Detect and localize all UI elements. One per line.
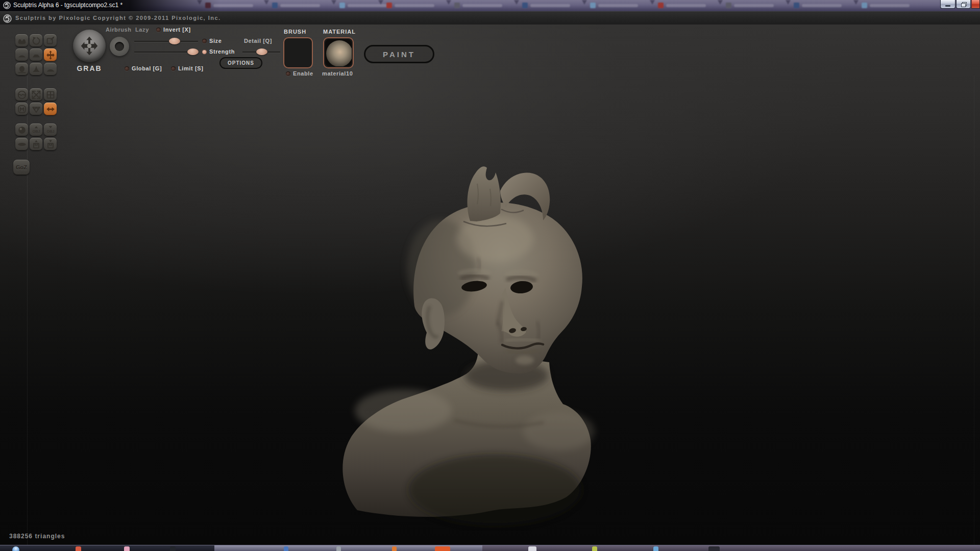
strength-slider-knob[interactable] bbox=[187, 48, 199, 55]
brand-text: Sculptris by Pixologic bbox=[15, 15, 91, 21]
new-sphere-button[interactable] bbox=[15, 123, 28, 136]
tool-group-brushes bbox=[15, 34, 57, 76]
active-tool-sphere[interactable] bbox=[73, 30, 106, 62]
toggle-w-triangle-button[interactable] bbox=[30, 103, 42, 115]
window-title: Sculptris Alpha 6 - tgsculptcompo2.sc1 * bbox=[13, 2, 122, 9]
windows-taskbar[interactable] bbox=[0, 545, 980, 551]
restore-icon bbox=[961, 2, 966, 6]
new-plane-button[interactable] bbox=[15, 138, 28, 151]
strength-label[interactable]: Strength bbox=[209, 48, 235, 55]
taskbar-app[interactable] bbox=[124, 546, 130, 551]
lazy-toggle[interactable]: Lazy bbox=[135, 27, 149, 33]
close-button[interactable] bbox=[971, 0, 980, 9]
svg-text:OBJ: OBJ bbox=[46, 129, 54, 134]
toggle-mirror-button[interactable] bbox=[44, 103, 57, 115]
brush-ring-hole bbox=[115, 42, 124, 51]
taskbar-app[interactable] bbox=[435, 546, 450, 551]
tool-scale-button[interactable] bbox=[44, 34, 57, 47]
brand-bar: Sculptris by Pixologic Copyright © 2009-… bbox=[0, 11, 980, 24]
sculptris-window: Sculptris Alpha 6 - tgsculptcompo2.sc1 *… bbox=[0, 0, 980, 551]
taskbar-right-area bbox=[482, 545, 980, 551]
detail-slider-knob[interactable] bbox=[256, 48, 267, 55]
taskbar-app[interactable] bbox=[708, 546, 720, 551]
minimize-button[interactable] bbox=[940, 0, 955, 9]
brush-ring-preview[interactable] bbox=[110, 37, 129, 56]
svg-text:OBJ: OBJ bbox=[32, 129, 40, 134]
size-slider[interactable] bbox=[134, 38, 198, 44]
viewport[interactable]: OBJ OBJ GoZ GRAB Airbrush Lazy Invert [X… bbox=[0, 24, 980, 545]
invert-radio[interactable] bbox=[156, 28, 161, 32]
sculptris-app-icon bbox=[3, 2, 11, 11]
options-button[interactable]: OPTIONS bbox=[219, 57, 262, 69]
goz-button[interactable]: GoZ bbox=[13, 160, 30, 175]
tool-smooth-button[interactable] bbox=[44, 63, 57, 76]
minimize-icon bbox=[945, 5, 950, 7]
window-controls bbox=[940, 0, 980, 9]
sculptris-logo-icon bbox=[3, 14, 12, 25]
options-button-label: OPTIONS bbox=[228, 60, 254, 66]
tool-crease-button[interactable] bbox=[15, 34, 28, 47]
invert-toggle[interactable]: Invert [X] bbox=[163, 27, 191, 33]
export-obj-button[interactable]: OBJ bbox=[44, 123, 57, 136]
sculpture-3d-model[interactable] bbox=[327, 153, 612, 531]
tool-grab-button[interactable] bbox=[44, 48, 57, 61]
detail-slider[interactable] bbox=[242, 48, 280, 55]
tool-group-file: OBJ OBJ bbox=[15, 123, 57, 151]
titlebar: Sculptris Alpha 6 - tgsculptcompo2.sc1 * bbox=[0, 0, 980, 11]
material-swatch[interactable] bbox=[323, 37, 354, 68]
tool-flatten-button[interactable] bbox=[30, 48, 42, 61]
titlebar-dark-overlay bbox=[0, 0, 980, 11]
paint-button-label: PAINT bbox=[383, 50, 415, 59]
global-toggle[interactable]: Global [G] bbox=[132, 65, 162, 71]
tool-draw-button[interactable] bbox=[15, 48, 28, 61]
strength-slider[interactable] bbox=[134, 48, 198, 55]
import-obj-button[interactable]: OBJ bbox=[30, 123, 42, 136]
material-name: material10 bbox=[322, 70, 353, 77]
tool-group-toggles bbox=[15, 88, 57, 115]
taskbar-app[interactable] bbox=[592, 546, 597, 551]
paint-button[interactable]: PAINT bbox=[364, 45, 434, 63]
material-sphere-preview bbox=[325, 39, 352, 66]
size-label[interactable]: Size bbox=[209, 38, 222, 44]
toggle-mask-m-button[interactable] bbox=[15, 103, 28, 115]
limit-radio[interactable] bbox=[171, 66, 176, 71]
brush-enable-radio[interactable] bbox=[286, 71, 290, 76]
taskbar-app[interactable] bbox=[336, 546, 341, 551]
limit-toggle[interactable]: Limit [S] bbox=[178, 65, 203, 71]
taskbar-app[interactable] bbox=[76, 546, 81, 551]
strength-radio[interactable] bbox=[202, 49, 207, 54]
brush-enable-label[interactable]: Enable bbox=[293, 70, 313, 77]
taskbar-app[interactable] bbox=[653, 546, 658, 551]
detail-label: Detail [Q] bbox=[244, 38, 272, 44]
active-tool-label: GRAB bbox=[73, 64, 106, 72]
brush-section-label: BRUSH bbox=[284, 29, 306, 35]
open-file-button[interactable] bbox=[30, 138, 42, 151]
tool-inflate-button[interactable] bbox=[15, 63, 28, 76]
toggle-triangle-x-button[interactable] bbox=[30, 88, 42, 101]
toggle-quad-grid-button[interactable] bbox=[44, 88, 57, 101]
taskbar-app[interactable] bbox=[284, 546, 288, 551]
brush-texture-swatch[interactable] bbox=[283, 37, 313, 68]
global-radio[interactable] bbox=[125, 66, 129, 71]
size-slider-knob[interactable] bbox=[169, 38, 180, 44]
start-orb[interactable] bbox=[12, 546, 19, 551]
size-radio[interactable] bbox=[202, 39, 207, 43]
tool-rotate-button[interactable] bbox=[30, 34, 42, 47]
save-file-button[interactable] bbox=[44, 138, 57, 151]
taskbar-app[interactable] bbox=[392, 546, 397, 551]
size-slider-track[interactable] bbox=[134, 41, 198, 42]
triangle-count-status: 388256 triangles bbox=[9, 533, 65, 540]
taskbar-app[interactable] bbox=[528, 546, 536, 551]
tool-pinch-button[interactable] bbox=[30, 63, 42, 76]
taskbar-app[interactable] bbox=[170, 546, 176, 551]
restore-button[interactable] bbox=[956, 0, 971, 9]
toggle-wave-sphere-button[interactable] bbox=[15, 88, 28, 101]
copyright-text: Copyright © 2009-2011 Pixologic, Inc. bbox=[93, 15, 221, 21]
airbrush-toggle[interactable]: Airbrush bbox=[106, 27, 132, 33]
material-section-label: MATERIAL bbox=[323, 29, 356, 35]
